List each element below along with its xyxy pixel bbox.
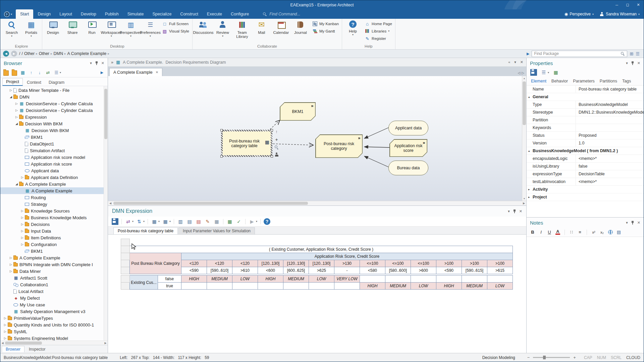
dmn-result-cell[interactable] xyxy=(487,276,513,283)
browser-horizontal-scrollbar[interactable]: ◀▶ xyxy=(0,341,108,345)
close-tab-icon[interactable]: ✕ xyxy=(156,70,158,74)
dmn-toolbar-validate-button[interactable]: ✓ xyxy=(235,218,242,225)
ribbon-button-my-gantt[interactable]: My Gantt xyxy=(311,28,340,34)
dmn-result-cell[interactable]: MEDIUM xyxy=(283,276,309,283)
collapse-arrow-icon[interactable]: ◢ xyxy=(14,182,19,186)
expand-arrow-icon[interactable]: ▷ xyxy=(9,269,13,273)
diagram-node-bkm1[interactable]: »BKM1 xyxy=(280,102,316,121)
dmn-input-header[interactable]: Application Risk Score, Credit Score xyxy=(181,253,513,260)
breadcrumb-item-dmn[interactable]: DMN xyxy=(54,51,63,56)
tree-item-bkm1[interactable]: BKM1 xyxy=(0,134,108,140)
dmn-result-cell[interactable] xyxy=(309,283,334,290)
dmn-tab-input-parameter-values-for-simulation[interactable]: Input Parameter Values for Simulation xyxy=(178,227,255,234)
dmn-toolbar-delete-row-button[interactable]: ▤ xyxy=(195,218,202,225)
browser-vertical-scrollbar[interactable] xyxy=(104,86,108,341)
ribbon-button-workspaces[interactable]: Workspaces▾ xyxy=(102,19,121,38)
dmn-result-cell[interactable]: HIGH xyxy=(258,276,283,283)
save-icon[interactable] xyxy=(530,69,537,76)
find-command-input[interactable]: Find Command... xyxy=(263,9,300,19)
collaborate-icon[interactable] xyxy=(274,153,279,157)
dmn-tab-post-bureau-risk-category-table[interactable]: Post-bureau risk category table xyxy=(113,227,178,234)
tree-item-strategy[interactable]: Strategy xyxy=(0,201,108,207)
close-icon[interactable]: ✕ xyxy=(519,209,522,214)
dmn-condition-cell[interactable]: <600 xyxy=(258,267,283,274)
dmn-condition-cell[interactable]: [590..610] xyxy=(207,267,232,274)
menu-icon[interactable]: ☰ xyxy=(636,51,640,56)
breadcrumb-item-[interactable]: / xyxy=(19,51,20,56)
notes-subscript-button[interactable]: x₂ xyxy=(600,230,604,234)
ribbon-button-register[interactable]: ✎Register xyxy=(363,36,393,42)
browser-tab-context[interactable]: Context xyxy=(23,79,45,86)
pin-icon[interactable] xyxy=(513,209,516,214)
dmn-condition-cell[interactable]: >600 xyxy=(411,267,436,274)
tree-item-a-complete-example[interactable]: ▦A Complete Example xyxy=(0,187,108,194)
dmn-rule-key[interactable]: false xyxy=(158,276,181,283)
notes-font-color-button[interactable]: A xyxy=(555,230,560,235)
close-icon[interactable]: ✕ xyxy=(101,61,104,65)
properties-menu-icon[interactable]: ☰▾ xyxy=(540,69,549,76)
dmn-condition-cell[interactable]: >100 xyxy=(487,260,513,267)
browser-toolbar-new-folder-button[interactable] xyxy=(3,70,9,76)
notes-numbered-list-button[interactable]: ≡ xyxy=(578,230,582,235)
property-row-expressiontype[interactable]: expressionTypeDecisionTable xyxy=(527,170,644,178)
diagram-canvas[interactable]: »BKM1 Post-bureau risk category table ▦ … xyxy=(108,76,526,201)
breadcrumb-item-other[interactable]: Other xyxy=(24,51,35,56)
tree-item-my-defect[interactable]: ◆My Defect xyxy=(0,295,108,301)
ribbon-button-help[interactable]: ?Help▾ xyxy=(343,19,363,36)
property-row-stereotype[interactable]: StereotypeDMN1.2::BusinessKnowledgeModel xyxy=(527,109,644,116)
properties-tab-behavior[interactable]: Behavior xyxy=(551,79,568,83)
diagram-vertical-scrollbar[interactable]: ▲▼ xyxy=(522,76,526,201)
dmn-toolbar-edit-cell-button[interactable]: ✎ xyxy=(204,218,211,225)
properties-section-project[interactable]: ▸Project xyxy=(527,193,644,201)
ribbon-tab-layout[interactable]: Layout xyxy=(55,9,76,19)
pin-icon[interactable] xyxy=(631,221,634,225)
tree-item-quantity-kinds-and-units-for-iso-80000-1[interactable]: ▷Quantity Kinds and Units for ISO 80000-… xyxy=(0,321,108,328)
tree-item-systems-engineering-model[interactable]: ▷Systems Engineering Model xyxy=(0,335,108,341)
expand-arrow-icon[interactable]: ▷ xyxy=(3,316,7,320)
tree-item-simulation-artifact[interactable]: Simulation Artifact xyxy=(0,147,108,154)
tree-item-application-risk-score[interactable]: Application risk score xyxy=(0,161,108,167)
ribbon-button-libraries[interactable]: Libraries▾ xyxy=(363,28,393,34)
tree-item-applicant-data-definition[interactable]: ▷Applicant data Definition xyxy=(0,174,108,181)
close-button[interactable]: ✕ xyxy=(633,0,644,9)
ribbon-button-share[interactable]: Share xyxy=(63,19,82,35)
maximize-button[interactable]: ◻ xyxy=(622,0,633,9)
zoom-out-button[interactable]: − xyxy=(527,355,530,360)
ribbon-button-review[interactable]: Review▾ xyxy=(213,19,232,38)
diagram-node-bureau-data[interactable]: Bureau data xyxy=(388,161,428,175)
dmn-condition-cell[interactable]: >610 xyxy=(232,267,258,274)
collapse-left-icon[interactable]: « xyxy=(508,60,510,64)
dmn-result-cell[interactable]: LOW xyxy=(309,276,334,283)
selection-handle[interactable] xyxy=(220,129,223,131)
tree-item-a-complete-example[interactable]: ▷A Complete Example xyxy=(0,254,108,261)
ribbon-button-calendar[interactable]: Calendar xyxy=(271,19,291,35)
tree-item-data-miner-template-file[interactable]: ▷Data Miner Template - File xyxy=(0,87,108,94)
tree-item-knowledge-sources[interactable]: ▷Knowledge Sources xyxy=(0,207,108,214)
dmn-condition-cell[interactable]: <120 xyxy=(232,260,258,267)
selection-handle[interactable] xyxy=(220,155,223,158)
pin-icon[interactable] xyxy=(631,61,634,65)
tree-item-configuration[interactable]: ▷Configuration xyxy=(0,241,108,248)
dmn-toolbar-sort-button[interactable]: ⇅▾ xyxy=(136,218,145,225)
browser-toolbar-link-button[interactable]: ⇄ xyxy=(45,70,51,75)
expand-arrow-icon[interactable]: ▷ xyxy=(9,256,13,259)
property-row-type[interactable]: TypeBusinessKnowledgeModel xyxy=(527,101,644,109)
dmn-condition-cell[interactable]: [120..130] xyxy=(258,260,283,267)
ribbon-button-home-page[interactable]: ⌂Home Page xyxy=(363,21,393,27)
grid-view-icon[interactable]: ⊞ xyxy=(630,51,633,56)
expand-arrow-icon[interactable]: ▷ xyxy=(20,209,24,213)
ribbon-button-team-library[interactable]: Team Library xyxy=(232,19,252,39)
expand-arrow-icon[interactable]: ▷ xyxy=(20,243,24,246)
dmn-condition-cell[interactable]: <=100 xyxy=(385,260,411,267)
ribbon-button-run[interactable]: Run xyxy=(82,19,102,35)
dmn-toolbar-save-button[interactable] xyxy=(112,218,118,225)
dmn-condition-cell[interactable]: >130 xyxy=(334,260,360,267)
properties-section-businessknowledgemodel-from-dmn1-2[interactable]: ▴BusinessKnowledgeModel ( from DMN1.2 ) xyxy=(527,147,644,155)
property-row-partition[interactable]: Partition xyxy=(527,116,644,124)
tree-item-applicant-data[interactable]: Applicant data xyxy=(0,167,108,174)
tree-item-decisionservice-cylinder-calcula[interactable]: ▷▦DecisionService - Cylinder Calcula xyxy=(0,100,108,107)
dmn-condition-cell[interactable]: <580 xyxy=(360,267,385,274)
expand-arrow-icon[interactable]: ▷ xyxy=(20,176,24,179)
properties-tab-partitions[interactable]: Partitions xyxy=(600,79,617,83)
expand-arrow-icon[interactable]: ▷ xyxy=(20,216,24,219)
